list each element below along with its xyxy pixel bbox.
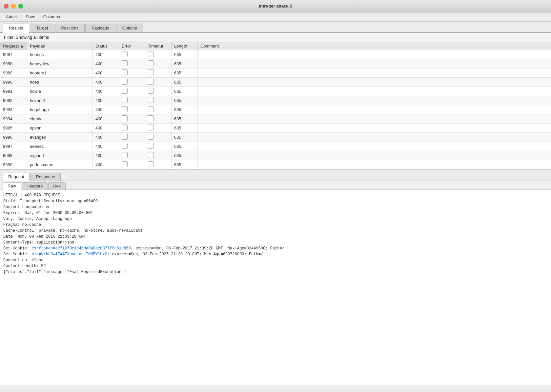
table-row[interactable]: 9987hounds400635 [0,50,551,59]
timeout-checkbox[interactable] [148,125,154,130]
response-line: Content-Length: 52 [3,263,548,269]
table-row[interactable]: 9997eeeee1400635 [0,142,551,151]
error-checkbox[interactable] [122,143,128,149]
tab-response[interactable]: Response [30,173,61,181]
sub-tabbar: Raw Headers Hex [0,181,551,190]
filter-bar: Filter: Showing all items [0,33,551,42]
timeout-checkbox[interactable] [148,51,154,57]
response-line: Connection: close [3,257,548,263]
table-row[interactable]: 9999perfectcrime400635 [0,160,551,169]
error-checkbox[interactable] [122,106,128,112]
table-row[interactable]: 9989hooters1400635 [0,69,551,78]
table-row[interactable]: 9994eighty400635 [0,114,551,124]
timeout-checkbox[interactable] [148,143,154,149]
main-tabbar: Results Target Positions Payloads Option… [0,22,551,33]
timeout-checkbox[interactable] [148,88,154,94]
timeout-checkbox[interactable] [148,115,154,121]
cell-length: 635 [171,50,197,59]
table-row[interactable]: 9992hevnm4400635 [0,96,551,105]
sub-tab-hex[interactable]: Hex [48,182,66,189]
timeout-checkbox[interactable] [148,69,154,75]
error-checkbox[interactable] [122,69,128,75]
cell-error [119,133,145,142]
cell-status: 400 [92,59,119,69]
cell-payload: eighty [27,114,92,124]
col-header-comment[interactable]: Comment [197,42,551,50]
response-line: Content-Type: application/json [3,240,548,245]
cell-timeout [145,69,171,78]
cell-length: 635 [171,69,197,78]
error-checkbox[interactable] [122,115,128,121]
error-checkbox[interactable] [122,125,128,130]
cell-comment [197,50,551,59]
table-row[interactable]: 9991howie400635 [0,87,551,96]
table-row[interactable]: 9990hoes400635 [0,78,551,87]
response-line: Content-Language: en [3,204,548,210]
minimize-button[interactable] [11,4,16,9]
sub-tab-raw[interactable]: Raw [3,182,21,190]
cell-payload: passwords [27,169,92,170]
cell-status: 400 [92,69,119,78]
cell-error [119,69,145,78]
error-checkbox[interactable] [122,161,128,167]
col-header-error[interactable]: Error [119,42,145,50]
table-row[interactable]: 9993hugohugo400635 [0,105,551,114]
table-row[interactable]: 9996evangeli400635 [0,133,551,142]
response-line: Set-Cookie: csrftoken=ac71970c1c46de0a8e… [3,245,548,251]
tab-request[interactable]: Request [3,173,30,181]
error-checkbox[interactable] [122,97,128,103]
timeout-checkbox[interactable] [148,60,154,66]
error-checkbox[interactable] [122,152,128,158]
menu-attack[interactable]: Attack [3,14,21,20]
col-header-request[interactable]: Request ▲ [0,42,27,50]
response-line: HTTP/1.1 400 BAD REQUEST [3,192,548,198]
cell-request: 9992 [0,96,27,105]
tab-payloads[interactable]: Payloads [85,24,115,32]
timeout-checkbox[interactable] [148,134,154,140]
cell-timeout [145,105,171,114]
cell-status: 400 [92,78,119,87]
col-header-timeout[interactable]: Timeout [145,42,171,50]
timeout-checkbox[interactable] [148,97,154,103]
tab-target[interactable]: Target [30,24,54,32]
tab-results[interactable]: Results [3,24,29,33]
cell-error [119,78,145,87]
tab-options[interactable]: Options [116,24,143,32]
cell-error [119,87,145,96]
table-row[interactable]: 10000passwords400635 [0,169,551,170]
cell-request: 9994 [0,114,27,124]
timeout-checkbox[interactable] [148,79,154,85]
error-checkbox[interactable] [122,51,128,57]
timeout-checkbox[interactable] [148,152,154,158]
cell-status: 400 [92,96,119,105]
cell-payload: howie [27,87,92,96]
close-button[interactable] [4,4,9,9]
cell-request: 9989 [0,69,27,78]
col-header-payload[interactable]: Payload [27,42,92,50]
cell-comment [197,124,551,133]
tab-positions[interactable]: Positions [55,24,85,32]
timeout-checkbox[interactable] [148,161,154,167]
maximize-button[interactable] [18,4,23,9]
cookie-link[interactable]: csrftoken=ac71970c1c46de0a8ecb377ffc61d8… [31,246,131,251]
error-checkbox[interactable] [122,79,128,85]
cell-error [119,142,145,151]
sub-tab-headers[interactable]: Headers [22,182,48,189]
timeout-checkbox[interactable] [148,106,154,112]
col-header-status[interactable]: Status [92,42,119,50]
error-checkbox[interactable] [122,134,128,140]
titlebar: Intruder attack 5 [0,0,551,12]
menu-save[interactable]: Save [22,14,39,20]
table-row[interactable]: 9988honeydew400635 [0,59,551,69]
cookie-link[interactable]: mid=VrkLBwAEAAFXoaeLoc-INH5YlHx0 [31,252,107,257]
cell-payload: evangeli [27,133,92,142]
table-row[interactable]: 9995epson400635 [0,124,551,133]
cell-status: 400 [92,142,119,151]
error-checkbox[interactable] [122,60,128,66]
cell-request: 9997 [0,142,27,151]
menu-columns[interactable]: Columns [40,14,63,20]
col-header-length[interactable]: Length [171,42,197,50]
cell-payload: hooters1 [27,69,92,78]
table-row[interactable]: 9998eyphed400635 [0,151,551,160]
error-checkbox[interactable] [122,88,128,94]
